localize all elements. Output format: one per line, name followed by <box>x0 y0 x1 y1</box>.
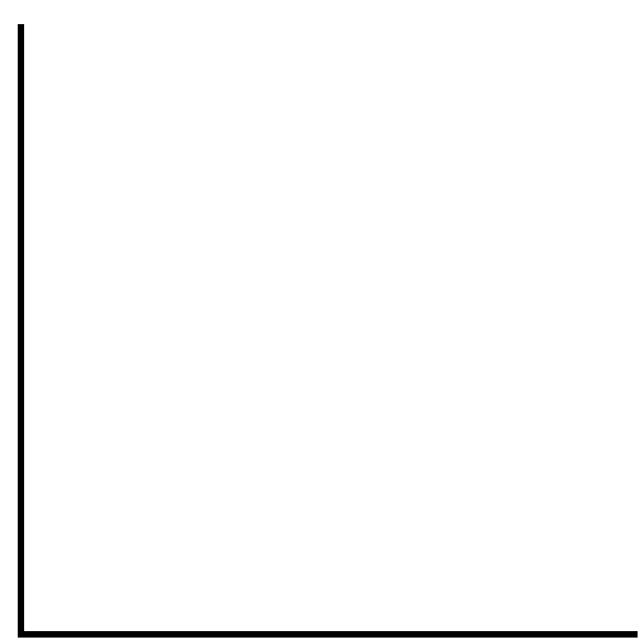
x-axis <box>18 631 638 638</box>
chart-frame <box>0 0 644 644</box>
heat-background <box>24 24 638 631</box>
y-axis <box>18 24 24 638</box>
plot-area <box>24 24 638 631</box>
